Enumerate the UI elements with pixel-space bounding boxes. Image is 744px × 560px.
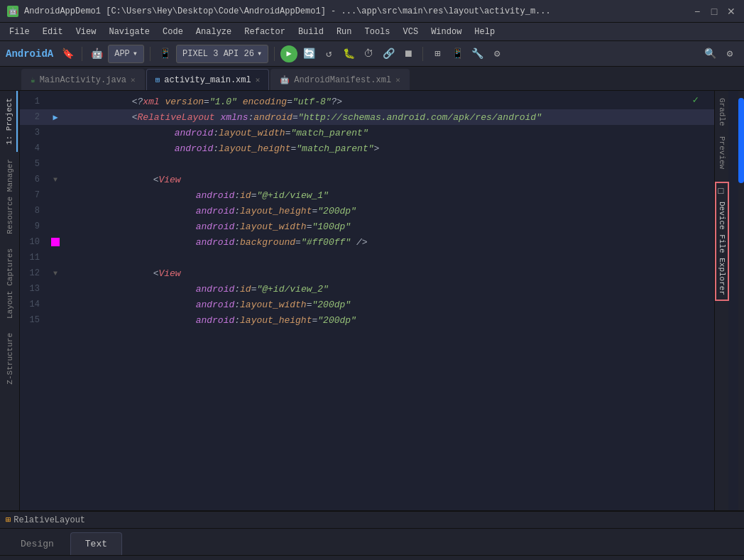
panel-structure[interactable]: Z-Structure: [3, 326, 17, 392]
reload-icon[interactable]: ↺: [320, 45, 337, 62]
panel-project[interactable]: 1: Project: [2, 91, 18, 152]
gutter-2: ▶: [48, 112, 62, 123]
toolbar: AndroidA 🔖 🤖 APP ▾ 📱 PIXEL 3 API 26 ▾ ▶ …: [0, 41, 744, 67]
menu-run[interactable]: Run: [331, 26, 358, 38]
line-num-15: 15: [20, 315, 48, 325]
title-bar: 🤖 AndroidAppDemo1 [C:\Users\Hey\Desktop\…: [0, 0, 744, 23]
sdk-icon[interactable]: 🔧: [469, 45, 486, 62]
line-num-3: 3: [20, 128, 48, 138]
tab-mainactivity-label: MainActivity.java: [40, 75, 126, 85]
breadcrumb-icon: ⊞: [6, 515, 11, 525]
menu-analyze[interactable]: Analyze: [190, 26, 237, 38]
breadcrumb-text: RelativeLayout: [13, 515, 85, 525]
code-editor[interactable]: ✓ 1 <?xml version="1.0" encoding="utf-8"…: [20, 91, 714, 510]
tab-activity-main[interactable]: ⊞ activity_main.xml ✕: [146, 69, 270, 90]
line-num-10: 10: [20, 237, 48, 247]
bookmark-icon[interactable]: 🔖: [59, 45, 76, 62]
design-tab-text[interactable]: Text: [70, 532, 122, 555]
avd-icon[interactable]: 📱: [449, 45, 466, 62]
layout-breadcrumb: ⊞ RelativeLayout: [0, 511, 744, 528]
stop-icon[interactable]: ⏹: [400, 45, 417, 62]
settings-icon[interactable]: ⚙: [488, 45, 505, 62]
menu-bar: File Edit View Navigate Code Analyze Ref…: [0, 23, 744, 41]
scrollbar-thumb[interactable]: [738, 98, 744, 183]
sep-3: [274, 47, 275, 61]
preview-tab[interactable]: Preview: [716, 132, 728, 173]
panel-layout-captures[interactable]: Layout Captures: [3, 241, 17, 326]
window-title: AndroidAppDemo1 [C:\Users\Hey\Desktop\Co…: [24, 6, 686, 16]
grid-icon[interactable]: ⊞: [429, 45, 446, 62]
device-icon: □: [718, 186, 724, 197]
sep-2: [150, 47, 151, 61]
line-num-1: 1: [20, 97, 48, 106]
line-num-12: 12: [20, 268, 48, 278]
menu-tools[interactable]: Tools: [359, 26, 396, 38]
menu-navigate[interactable]: Navigate: [103, 26, 155, 38]
gradle-tab[interactable]: Gradle: [716, 94, 728, 131]
panel-resource-manager[interactable]: Resource Manager: [3, 152, 17, 241]
design-tab-design[interactable]: Design: [6, 532, 69, 555]
line-num-13: 13: [20, 284, 48, 294]
tab-manifest-icon: 🤖: [280, 75, 290, 84]
window-controls: − □ ✕: [691, 6, 737, 17]
close-button[interactable]: ✕: [726, 6, 737, 17]
menu-vcs[interactable]: VCS: [398, 26, 425, 38]
device-icon[interactable]: 📱: [156, 45, 173, 62]
menu-build[interactable]: Build: [292, 26, 329, 38]
bottom-bar: ≡ 6: Logcat ☑ TODO ⊞ Terminal 🔨 Build 🔍 …: [0, 555, 744, 560]
line-num-9: 9: [20, 221, 48, 231]
maximize-button[interactable]: □: [709, 6, 720, 17]
tab-manifest-close[interactable]: ✕: [395, 75, 400, 84]
gutter-12: ▼: [48, 270, 62, 278]
tab-mainactivity-close[interactable]: ✕: [131, 75, 136, 84]
tab-activity-main-label: activity_main.xml: [164, 75, 251, 85]
device-dropdown[interactable]: PIXEL 3 API 26 ▾: [176, 45, 268, 63]
design-tabs: Design Text: [0, 528, 744, 555]
line-num-8: 8: [20, 206, 48, 216]
current-line-arrow: ▶: [53, 112, 58, 123]
line-num-7: 7: [20, 190, 48, 200]
right-panel-tabs: Gradle Preview □ Device File Explorer: [714, 91, 728, 510]
gutter-6: ▼: [48, 176, 62, 184]
line-num-14: 14: [20, 300, 48, 309]
line-num-11: 11: [20, 253, 48, 263]
tab-mainactivity[interactable]: ☕ MainActivity.java ✕: [21, 69, 145, 90]
menu-code[interactable]: Code: [157, 26, 189, 38]
color-swatch-10[interactable]: [51, 238, 60, 246]
bottom-editor-panel: ⊞ RelativeLayout Design Text: [0, 510, 744, 555]
tab-xml-icon: ⊞: [155, 75, 160, 84]
search-icon[interactable]: 🔍: [701, 45, 718, 62]
line-num-2: 2: [20, 112, 48, 122]
sync-icon[interactable]: 🔄: [300, 45, 317, 62]
fold-icon-12[interactable]: ▼: [53, 270, 58, 278]
attach-icon[interactable]: 🔗: [380, 45, 397, 62]
scrollbar-track[interactable]: [738, 91, 744, 510]
line-num-6: 6: [20, 175, 48, 185]
code-line-10: 10 android:background="#ff00ff" />: [20, 234, 714, 250]
run-button[interactable]: ▶: [280, 45, 297, 62]
tab-manifest[interactable]: 🤖 AndroidManifest.xml ✕: [270, 69, 409, 90]
menu-refactor[interactable]: Refactor: [239, 26, 291, 38]
menu-file[interactable]: File: [4, 26, 35, 38]
line-content-15: android:layout_height="200dp": [62, 304, 714, 336]
debug-icon[interactable]: 🐛: [340, 45, 357, 62]
build-config-dropdown[interactable]: APP ▾: [108, 45, 144, 63]
code-content: 1 <?xml version="1.0" encoding="utf-8"?>…: [20, 91, 714, 331]
fold-icon-6[interactable]: ▼: [53, 176, 58, 184]
config-icon[interactable]: ⚙: [721, 45, 738, 62]
code-line-15: 15 android:layout_height="200dp": [20, 312, 714, 328]
menu-view[interactable]: View: [70, 26, 102, 38]
device-file-explorer-tab[interactable]: □ Device File Explorer: [715, 182, 729, 301]
editor-area: 1: Project Resource Manager Layout Captu…: [0, 91, 744, 510]
menu-edit[interactable]: Edit: [37, 26, 69, 38]
line-num-5: 5: [20, 159, 48, 169]
left-panel: 1: Project Resource Manager Layout Captu…: [0, 91, 20, 510]
profile-icon[interactable]: ⏱: [360, 45, 377, 62]
minimize-button[interactable]: −: [691, 6, 703, 17]
android-icon[interactable]: 🤖: [88, 45, 105, 62]
tab-manifest-label: AndroidManifest.xml: [294, 75, 391, 85]
tab-java-icon: ☕: [31, 75, 35, 84]
menu-help[interactable]: Help: [469, 26, 500, 38]
menu-window[interactable]: Window: [425, 26, 467, 38]
tab-activity-main-close[interactable]: ✕: [256, 75, 261, 84]
